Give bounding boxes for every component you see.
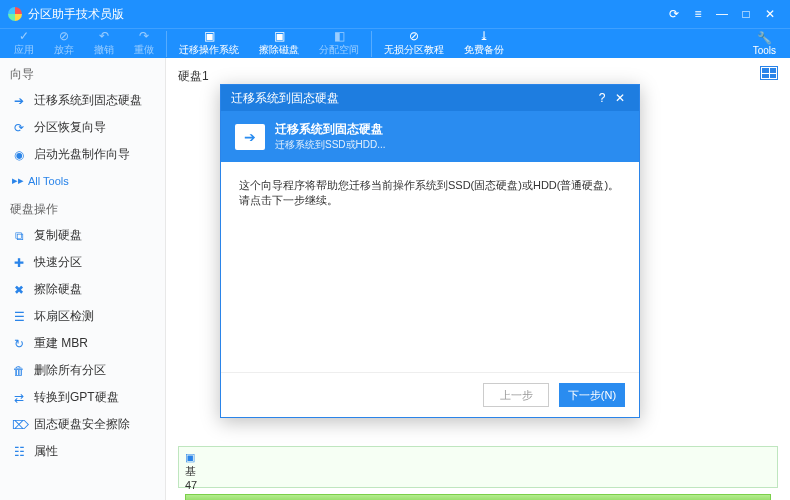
banner-title: 迁移系统到固态硬盘 [275,121,386,138]
banner-subtitle: 迁移系统到SSD或HDD... [275,138,386,152]
prev-button[interactable]: 上一步 [483,383,549,407]
next-button[interactable]: 下一步(N) [559,383,625,407]
dialog-title: 迁移系统到固态硬盘 [231,90,593,107]
dialog-footer: 上一步 下一步(N) [221,372,639,417]
migrate-dialog: 迁移系统到固态硬盘 ? ✕ ➔ 迁移系统到固态硬盘 迁移系统到SSD或HDD..… [220,84,640,418]
modal-overlay: 迁移系统到固态硬盘 ? ✕ ➔ 迁移系统到固态硬盘 迁移系统到SSD或HDD..… [0,0,790,500]
dialog-banner: ➔ 迁移系统到固态硬盘 迁移系统到SSD或HDD... [221,111,639,162]
dialog-titlebar: 迁移系统到固态硬盘 ? ✕ [221,85,639,111]
dialog-close-icon[interactable]: ✕ [611,91,629,105]
migrate-icon: ➔ [235,124,265,150]
help-icon[interactable]: ? [593,91,611,105]
dialog-body: 这个向导程序将帮助您迁移当前操作系统到SSD(固态硬盘)或HDD(普通硬盘)。请… [221,162,639,372]
